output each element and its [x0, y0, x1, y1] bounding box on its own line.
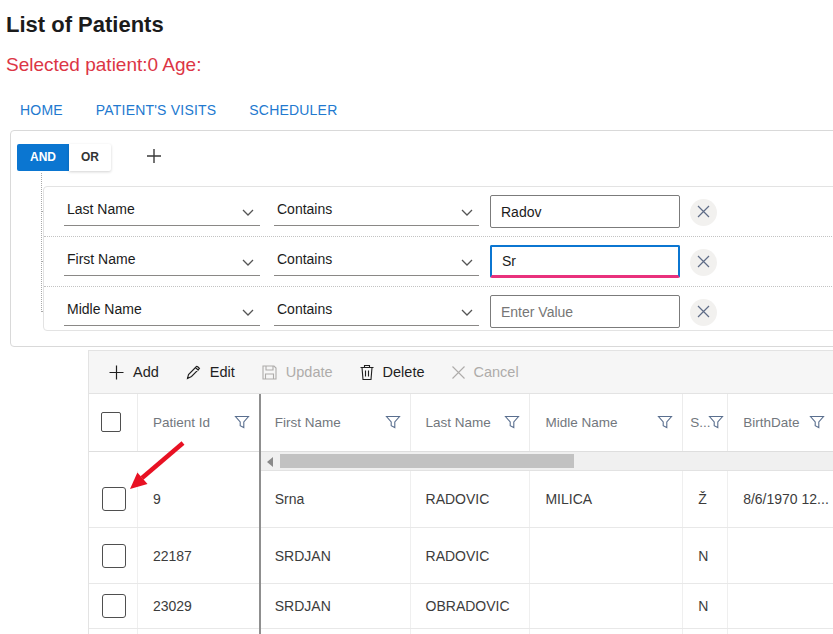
table-row[interactable]: 23029 SRDJAN OBRADOVIC N — [89, 584, 833, 629]
remove-filter-button[interactable] — [690, 299, 717, 326]
filter-logic-toggle: AND OR — [17, 144, 169, 171]
close-icon — [697, 305, 710, 321]
tab-scheduler[interactable]: SCHEDULER — [249, 102, 337, 118]
table-row[interactable]: 22187 SRDJAN RADOVIC N — [89, 528, 833, 584]
column-label: Last Name — [426, 415, 491, 430]
cancel-button[interactable]: Cancel — [438, 351, 532, 393]
edit-button[interactable]: Edit — [172, 351, 248, 393]
grid-header-row: Patient Id First Name Last Name Midle Na… — [89, 394, 833, 452]
row-checkbox[interactable] — [102, 487, 126, 511]
update-button-label: Update — [286, 364, 333, 380]
scroll-left-arrow[interactable] — [267, 457, 273, 467]
midle-name-cell — [530, 584, 683, 628]
grid-toolbar: Add Edit Update Delete — [89, 351, 833, 394]
sex-cell: N — [683, 528, 728, 583]
column-label: Midle Name — [545, 415, 617, 430]
remove-filter-button[interactable] — [690, 199, 717, 226]
edit-button-label: Edit — [210, 364, 235, 380]
add-button[interactable]: Add — [95, 351, 172, 393]
tab-patients-visits[interactable]: PATIENT'S VISITS — [96, 102, 216, 118]
remove-filter-button[interactable] — [690, 249, 717, 276]
patients-grid: Add Edit Update Delete — [88, 350, 833, 634]
horizontal-scrollbar — [261, 452, 833, 471]
chevron-down-icon — [461, 303, 473, 321]
header-midle-name: Midle Name — [530, 394, 683, 451]
chevron-down-icon — [242, 303, 254, 321]
midle-name-cell: MILICA — [530, 471, 683, 527]
plus-icon — [145, 147, 163, 168]
chevron-down-icon — [461, 203, 473, 221]
or-toggle-button[interactable]: OR — [69, 144, 111, 171]
delete-button-label: Delete — [383, 364, 425, 380]
add-filter-button[interactable] — [139, 144, 169, 171]
and-toggle-button[interactable]: AND — [17, 144, 69, 171]
operator-select-value: Contains — [277, 251, 332, 267]
update-button[interactable]: Update — [248, 351, 346, 393]
header-patient-id: Patient Id — [138, 394, 260, 451]
filter-funnel-icon[interactable] — [504, 414, 520, 434]
x-icon — [451, 365, 466, 380]
filter-value-input[interactable] — [490, 195, 680, 228]
first-name-cell: Srna — [260, 471, 411, 527]
filter-tree-connector — [41, 173, 42, 312]
row-checkbox[interactable] — [102, 544, 126, 568]
patient-id-cell: 9 — [138, 471, 260, 527]
sex-cell: Ž — [683, 471, 728, 527]
cancel-button-label: Cancel — [474, 364, 519, 380]
operator-select[interactable]: Contains — [274, 296, 479, 326]
field-select-value: Midle Name — [67, 301, 142, 317]
frozen-column-divider — [259, 394, 261, 634]
grid-body: 9 Srna RADOVIC MILICA Ž 8/6/1970 12... 2… — [89, 471, 833, 634]
table-row[interactable]: 9 Srna RADOVIC MILICA Ž 8/6/1970 12... — [89, 471, 833, 528]
delete-button[interactable]: Delete — [346, 351, 438, 393]
row-checkbox[interactable] — [102, 594, 126, 618]
main-tabs: HOME PATIENT'S VISITS SCHEDULER — [20, 102, 337, 118]
field-select[interactable]: Last Name — [64, 196, 260, 226]
filter-funnel-icon[interactable] — [708, 414, 724, 434]
header-select-column — [89, 394, 138, 451]
table-row-partial — [89, 629, 833, 634]
field-select[interactable]: First Name — [64, 246, 260, 276]
operator-select-value: Contains — [277, 201, 332, 217]
select-all-checkbox[interactable] — [101, 412, 121, 432]
filter-value-input-empty[interactable] — [490, 295, 680, 328]
operator-select[interactable]: Contains — [274, 196, 479, 226]
column-label: BirthDate — [743, 415, 799, 430]
midle-name-cell — [530, 528, 683, 583]
patient-id-cell: 23029 — [138, 584, 260, 628]
save-icon — [261, 364, 278, 381]
filter-funnel-icon[interactable] — [385, 414, 401, 434]
filter-funnel-icon[interactable] — [234, 414, 250, 434]
chevron-down-icon — [242, 203, 254, 221]
page-title: List of Patients — [6, 12, 164, 38]
close-icon — [697, 205, 710, 221]
tab-home[interactable]: HOME — [20, 102, 63, 118]
filter-funnel-icon[interactable] — [809, 414, 825, 434]
operator-select-value: Contains — [277, 301, 332, 317]
birthdate-cell — [728, 528, 833, 583]
filter-value-input-focused[interactable] — [490, 245, 680, 278]
filter-builder: AND OR Last Name Contains — [10, 130, 833, 347]
filter-row-last-name: Last Name Contains — [44, 187, 833, 237]
birthdate-cell: 8/6/1970 12... — [728, 471, 833, 527]
selected-patient-status: Selected patient:0 Age: — [6, 54, 201, 76]
first-name-cell: SRDJAN — [260, 528, 411, 583]
close-icon — [697, 255, 710, 271]
scrollbar-thumb[interactable] — [280, 454, 574, 468]
last-name-cell: OBRADOVIC — [411, 584, 531, 628]
header-sex: S... — [683, 394, 728, 451]
chevron-down-icon — [461, 253, 473, 271]
field-select-value: Last Name — [67, 201, 135, 217]
patient-id-cell: 22187 — [138, 528, 260, 583]
birthdate-cell — [728, 584, 833, 628]
app-window: List of Patients Selected patient:0 Age:… — [0, 0, 833, 634]
select-cell — [89, 528, 138, 583]
field-select[interactable]: Midle Name — [64, 296, 260, 326]
field-select-value: First Name — [67, 251, 135, 267]
first-name-cell: SRDJAN — [260, 584, 411, 628]
operator-select[interactable]: Contains — [274, 246, 479, 276]
chevron-down-icon — [242, 253, 254, 271]
filter-funnel-icon[interactable] — [657, 414, 673, 434]
header-last-name: Last Name — [411, 394, 531, 451]
column-label: First Name — [275, 415, 341, 430]
